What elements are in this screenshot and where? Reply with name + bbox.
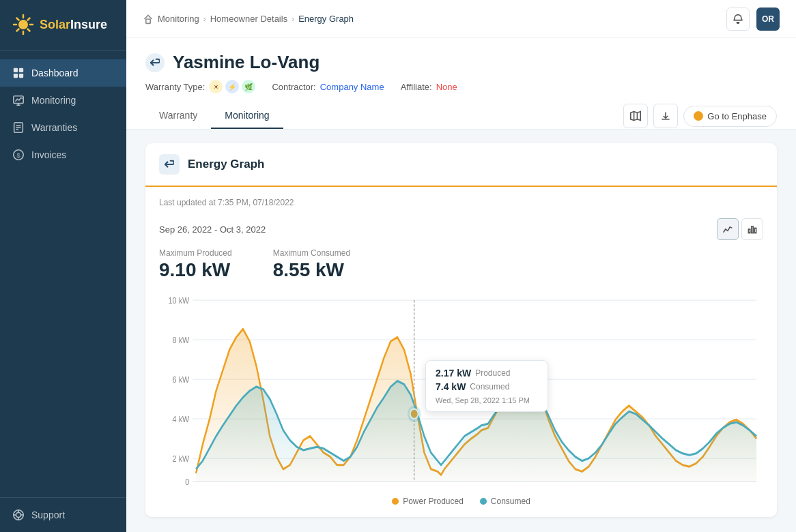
legend-produced-dot xyxy=(392,498,399,505)
bar-chart-icon xyxy=(747,224,758,235)
sidebar-bottom: Support xyxy=(0,497,126,532)
chart-type-buttons xyxy=(717,218,763,240)
badge-yellow: ☀ xyxy=(209,80,223,93)
max-consumed-stat: Maximum Consumed 8.55 kW xyxy=(273,248,350,281)
energy-chart-svg: 10 kW 8 kW 6 kW 4 kW 2 kW 0 Sep 26 Sep 2… xyxy=(159,292,763,490)
svg-text:2 kW: 2 kW xyxy=(173,454,190,464)
svg-text:Sep 30: Sep 30 xyxy=(564,488,587,490)
logo-area: SolarInsure xyxy=(0,0,126,51)
chart-container: 10 kW 8 kW 6 kW 4 kW 2 kW 0 Sep 26 Sep 2… xyxy=(159,292,763,490)
sidebar-nav: Dashboard Monitoring Warranties $ xyxy=(0,51,126,497)
svg-marker-29 xyxy=(631,112,640,121)
svg-text:Oct 2: Oct 2 xyxy=(735,488,752,490)
energy-graph-title: Energy Graph xyxy=(188,158,264,171)
sidebar-item-warranties[interactable]: Warranties xyxy=(0,114,126,141)
tab-monitoring[interactable]: Monitoring xyxy=(211,103,283,129)
max-produced-label: Maximum Produced xyxy=(159,248,232,258)
last-updated: Last updated at 7:35 PM, 07/18/2022 xyxy=(159,198,763,207)
legend-produced-label: Power Produced xyxy=(403,497,464,506)
download-button[interactable] xyxy=(653,104,678,128)
tab-warranty[interactable]: Warranty xyxy=(145,103,211,129)
svg-line-6 xyxy=(28,29,30,31)
user-avatar[interactable]: OR xyxy=(756,8,780,31)
svg-point-23 xyxy=(16,512,20,517)
enphase-label: Go to Enphase xyxy=(707,111,767,121)
warranties-icon xyxy=(12,121,25,134)
sidebar-item-support[interactable]: Support xyxy=(12,509,114,521)
affiliate-value: None xyxy=(436,82,457,92)
svg-rect-34 xyxy=(754,228,756,233)
svg-rect-10 xyxy=(19,68,23,72)
sidebar-item-dashboard[interactable]: Dashboard xyxy=(0,59,126,87)
enphase-button[interactable]: Go to Enphase xyxy=(683,106,777,127)
svg-text:4 kW: 4 kW xyxy=(173,414,190,424)
max-produced-value: 9.10 kW xyxy=(159,259,230,280)
enphase-dot-icon xyxy=(694,111,703,121)
sidebar-item-invoices-label: Invoices xyxy=(31,149,66,160)
legend-consumed-dot xyxy=(480,498,487,505)
energy-back-icon xyxy=(165,160,174,169)
svg-line-7 xyxy=(28,18,30,20)
invoices-icon: $ xyxy=(12,149,25,161)
svg-text:Oct 1: Oct 1 xyxy=(653,488,670,490)
svg-line-5 xyxy=(17,18,19,20)
legend-consumed: Consumed xyxy=(480,497,530,506)
max-consumed-label: Maximum Consumed xyxy=(273,248,350,258)
sidebar: SolarInsure Dashboard Monitoring xyxy=(0,0,126,532)
svg-text:Sep 27: Sep 27 xyxy=(302,488,325,490)
sidebar-item-invoices[interactable]: $ Invoices xyxy=(0,141,126,168)
svg-rect-12 xyxy=(19,74,23,78)
home-icon xyxy=(143,14,154,25)
contractor-name[interactable]: Company Name xyxy=(320,82,384,92)
legend-consumed-label: Consumed xyxy=(491,497,530,506)
breadcrumb-sep-1: › xyxy=(203,14,206,24)
svg-rect-9 xyxy=(14,68,18,72)
support-icon xyxy=(12,509,25,521)
svg-text:0: 0 xyxy=(185,477,189,487)
svg-rect-32 xyxy=(748,229,750,233)
energy-back-button[interactable] xyxy=(159,154,180,175)
back-button[interactable] xyxy=(145,53,165,72)
bar-chart-button[interactable] xyxy=(741,218,763,240)
warranty-type-label: Warranty Type: xyxy=(145,82,205,92)
max-consumed-value: 8.55 kW xyxy=(273,259,344,280)
line-chart-icon xyxy=(722,224,733,235)
energy-card-header: Energy Graph xyxy=(145,143,777,187)
notifications-button[interactable] xyxy=(726,8,750,31)
map-button[interactable] xyxy=(623,104,648,128)
svg-rect-33 xyxy=(752,226,753,233)
sidebar-item-monitoring[interactable]: Monitoring xyxy=(0,87,126,114)
sidebar-item-monitoring-label: Monitoring xyxy=(31,95,76,106)
badge-green: 🌿 xyxy=(242,80,255,93)
content-area: Energy Graph Last updated at 7:35 PM, 07… xyxy=(126,130,796,531)
stats-row: Maximum Produced 9.10 kW Maximum Consume… xyxy=(159,248,763,281)
sidebar-item-warranties-label: Warranties xyxy=(31,122,77,133)
svg-rect-11 xyxy=(14,74,18,78)
warranty-badges: ☀ ⚡ 🌿 xyxy=(209,80,255,93)
breadcrumb: Monitoring › Homeowner Details › Energy … xyxy=(143,14,354,25)
svg-text:Sep 26: Sep 26 xyxy=(218,488,241,490)
download-icon xyxy=(660,110,671,121)
breadcrumb-item-monitoring: Monitoring xyxy=(158,14,199,24)
date-range: Sep 26, 2022 - Oct 3, 2022 xyxy=(159,224,266,235)
logo-text: SolarInsure xyxy=(40,18,107,32)
graph-controls: Sep 26, 2022 - Oct 3, 2022 xyxy=(159,218,763,240)
max-produced-stat: Maximum Produced 9.10 kW xyxy=(159,248,232,281)
contractor-item: Contractor: Company Name xyxy=(272,82,384,92)
logo: SolarInsure xyxy=(11,12,115,37)
support-label: Support xyxy=(31,509,65,520)
map-icon xyxy=(630,110,641,121)
badge-blue: ⚡ xyxy=(225,80,239,93)
affiliate-item: Affiliate: None xyxy=(401,82,457,92)
svg-rect-28 xyxy=(146,19,150,23)
legend-produced: Power Produced xyxy=(392,497,464,506)
dashboard-icon xyxy=(12,67,25,79)
topbar-right: OR xyxy=(726,8,780,31)
svg-point-56 xyxy=(408,406,421,422)
bell-icon xyxy=(733,14,743,25)
line-chart-button[interactable] xyxy=(717,218,739,240)
svg-text:6 kW: 6 kW xyxy=(173,374,190,385)
breadcrumb-item-homeowner: Homeowner Details xyxy=(210,14,287,24)
back-icon xyxy=(150,58,160,68)
sidebar-item-dashboard-label: Dashboard xyxy=(31,68,79,78)
